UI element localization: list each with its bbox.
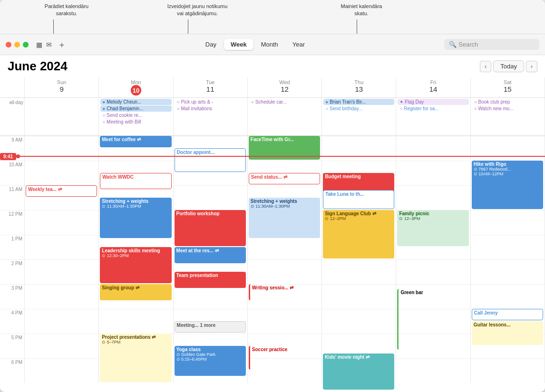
timed-event-17[interactable]: Sign Language Club ⇌⊙ 12–2PM — [323, 210, 394, 258]
day-headers: Sun 9 Mon 10 Tue 11 Wed 12 Thu 13 Fri 14 — [0, 77, 545, 98]
timed-event-1[interactable]: Doctor appoint... — [175, 148, 246, 172]
tab-week[interactable]: Week — [224, 39, 253, 50]
next-week-button[interactable]: › — [526, 61, 537, 72]
allday-event-mailinv[interactable]: ○ Mail invitations — [175, 105, 246, 112]
day-header-sat: Sat 15 — [471, 77, 545, 97]
timed-event-15[interactable]: Writing sessio... ⇌ — [249, 284, 320, 300]
timed-event-10[interactable]: Portfolio workshop — [175, 210, 246, 246]
allday-cell-mon: ● Melody Cheun... ● Chad Benjamin... ○ S… — [99, 98, 173, 135]
timed-event-20[interactable]: Call Jenny — [472, 309, 543, 320]
timed-event-19[interactable]: Meeting... 1 more — [175, 321, 246, 333]
current-time-line — [16, 156, 545, 157]
timed-event-13[interactable]: Leadership skills meeting⊙ 12:30–2PM — [100, 247, 171, 283]
allday-event-flagday[interactable]: ✦ Flag Day — [398, 99, 468, 105]
allday-event-briantran[interactable]: ● Brian Tran's Bir... — [323, 99, 394, 105]
nav-tabs: Day Week Month Year — [199, 39, 311, 50]
time-label-3: 12 PM — [0, 210, 25, 235]
allday-row: all-day ● Melody Cheun... ● Chad Benjami… — [0, 98, 545, 136]
search-bar[interactable]: 🔍 Search — [444, 39, 539, 50]
allday-cell-thu: ● Brian Tran's Bir... ○ Send birthday... — [322, 98, 396, 135]
calendar-container: Sun 9 Mon 10 Tue 11 Wed 12 Thu 13 Fri 14 — [0, 77, 545, 392]
timed-event-22[interactable]: Project presentations ⇌⊙ 5–7PM — [100, 334, 171, 382]
time-grid: 9 AM10 AM11 AM12 PM1 PM2 PM3 PM4 PM5 PM6… — [0, 136, 545, 392]
add-event-button[interactable]: ＋ — [58, 39, 66, 50]
allday-cell-tue: ○ Pick up arts & - ○ Mail invitations — [174, 98, 248, 135]
close-button[interactable] — [6, 42, 11, 48]
timed-event-8[interactable]: Stretching + weights⊙ 11:30AM–1:30PM — [100, 198, 171, 238]
search-icon: 🔍 — [449, 41, 457, 48]
timed-event-14[interactable]: Team presentation — [175, 272, 246, 288]
allday-cell-sun — [25, 98, 99, 135]
time-label-1: 10 AM — [0, 161, 25, 185]
timed-event-24[interactable]: Soccer practice — [249, 346, 320, 370]
current-time-indicator: 9:41 — [0, 153, 545, 160]
allday-event-watchmovie[interactable]: ○ Watch new mo... — [472, 105, 543, 112]
allday-event-bookclub[interactable]: ○ Book club prep — [472, 99, 543, 105]
allday-event-schedulecar[interactable]: ○ Schedule car... — [249, 99, 320, 105]
day-header-wed: Wed 12 — [248, 77, 322, 97]
allday-event-register[interactable]: ○ Register for sa... — [398, 105, 468, 112]
time-label-9: 6 PM — [0, 358, 25, 383]
ann2: Izveidojiet jaunu notikumuvai atgādināju… — [157, 3, 238, 18]
timed-event-26[interactable]: Green bar — [397, 289, 468, 350]
events-layer: Meet for coffee ⇌Doctor appoint...FaceTi… — [25, 136, 545, 383]
day-header-thu: Thu 13 — [322, 77, 396, 97]
time-grid-inner: 9 AM10 AM11 AM12 PM1 PM2 PM3 PM4 PM5 PM6… — [0, 136, 545, 383]
prev-week-button[interactable]: ‹ — [480, 61, 491, 72]
today-button[interactable]: Today — [493, 60, 524, 72]
allday-event-sendbday[interactable]: ○ Send birthday... — [323, 105, 394, 112]
allday-cell-sat: ○ Book club prep ○ Watch new mo... — [471, 98, 545, 135]
calendar-window: Parādiet kalendārusarakstu. Izveidojiet … — [0, 0, 545, 392]
titlebar: ▦ ✉ ＋ Day Week Month Year 🔍 Search — [0, 34, 545, 55]
day-header-tue: Tue 11 — [174, 77, 248, 97]
inbox-icon[interactable]: ✉ — [46, 41, 52, 48]
allday-event-pickup[interactable]: ○ Pick up arts & - — [175, 99, 246, 105]
timed-event-9[interactable]: Weekly tea... ⇌ — [26, 185, 97, 197]
nav-arrows: ‹ Today › — [480, 60, 537, 72]
allday-cell-fri: ✦ Flag Day ○ Register for sa... — [396, 98, 470, 135]
timed-event-0[interactable]: Meet for coffee ⇌ — [100, 136, 171, 147]
timed-event-25[interactable]: Kids' movie night ⇌ — [323, 354, 394, 390]
allday-event-sendcookie[interactable]: ○ Send cookie re... — [100, 112, 171, 118]
traffic-lights — [6, 42, 29, 48]
ann1: Parādiet kalendārusarakstu. — [33, 3, 100, 18]
time-label-8: 5 PM — [0, 334, 25, 358]
current-time-dot — [16, 154, 20, 158]
day-header-fri: Fri 14 — [396, 77, 470, 97]
timed-event-21[interactable]: Guitar lessons... — [472, 321, 543, 345]
time-label-4: 1 PM — [0, 235, 25, 259]
month-header: June 2024 ‹ Today › — [0, 55, 545, 77]
time-label-2: 11 AM — [0, 185, 25, 210]
timed-event-11[interactable]: Stretching + weights⊙ 11:30AM–1:30PM — [249, 198, 320, 238]
annotation-bar: Parādiet kalendārusarakstu. Izveidojiet … — [0, 0, 545, 34]
timed-event-7[interactable]: Hike with Rigo⊙ 7867 Redwood...⊙ 10AM–12… — [472, 161, 543, 209]
allday-cell-wed: ○ Schedule car... — [248, 98, 322, 135]
tab-day[interactable]: Day — [199, 39, 223, 50]
time-label-7: 4 PM — [0, 309, 25, 334]
ann3: Mainiet kalendāraskatu. — [323, 3, 399, 18]
timed-event-4[interactable]: Send status... ⇌ — [249, 173, 320, 184]
allday-event-melody[interactable]: ● Melody Cheun... — [100, 99, 171, 105]
time-label-6: 3 PM — [0, 284, 25, 309]
minimize-button[interactable] — [14, 42, 20, 48]
current-time-label: 9:41 — [0, 153, 16, 160]
timed-event-3[interactable]: Watch WWDC — [100, 173, 171, 189]
timed-event-16[interactable]: Singing group ⇌ — [100, 284, 171, 300]
allday-label: all-day — [0, 98, 25, 135]
timed-event-23[interactable]: Yoga class⊙ Golden Gate Park⊙ 5:15–6:45P… — [175, 346, 246, 376]
search-placeholder: Search — [458, 41, 478, 48]
time-label-5: 2 PM — [0, 259, 25, 284]
maximize-button[interactable] — [23, 42, 29, 48]
day-header-sun: Sun 9 — [25, 77, 99, 97]
month-title: June 2024 — [8, 59, 68, 74]
tab-year[interactable]: Year — [286, 39, 311, 50]
tab-month[interactable]: Month — [254, 39, 285, 50]
day-header-mon: Mon 10 — [99, 77, 173, 97]
timed-event-6[interactable]: Take Luna to th... — [323, 190, 394, 209]
timed-event-12[interactable]: Meet at the res... ⇌ — [175, 247, 246, 263]
time-col-header — [0, 77, 25, 97]
timed-event-18[interactable]: Family picnic⊙ 12–3PM — [397, 210, 468, 246]
allday-event-chad[interactable]: ● Chad Benjamin... — [100, 105, 171, 112]
allday-event-meetingbill[interactable]: ○ Meeting with Bill — [100, 119, 171, 125]
calendar-list-icon[interactable]: ▦ — [36, 41, 42, 48]
